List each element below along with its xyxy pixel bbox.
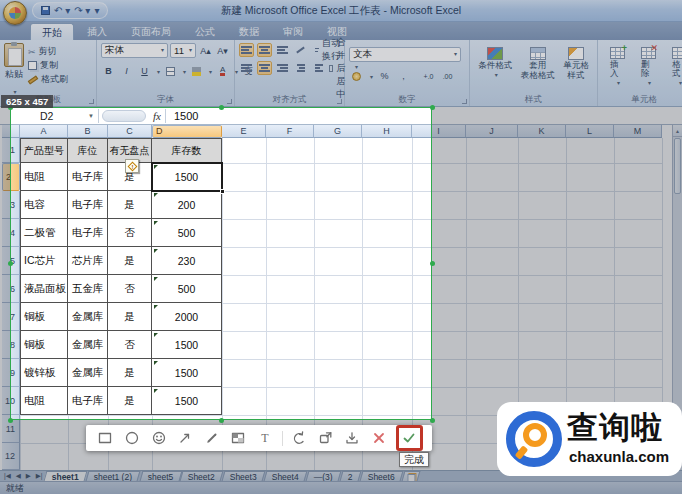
ellipse-icon <box>124 430 140 446</box>
magnifier-lens-icon <box>523 423 547 447</box>
watermark: 查询啦 chaxunla.com <box>497 402 682 476</box>
magnifier-handle-icon <box>515 445 529 459</box>
capture-toolbar: T <box>86 425 432 451</box>
mosaic-tool-button[interactable] <box>228 428 248 448</box>
download-tool-button[interactable] <box>342 428 362 448</box>
arrow-tool-button[interactable] <box>175 428 195 448</box>
cancel-icon <box>371 430 387 446</box>
selection-handle[interactable] <box>430 261 435 266</box>
text-tool-button[interactable]: T <box>255 428 275 448</box>
excel-window: ↶ ▾ ↷ ▾ ▾ 新建 Microsoft Office Excel 工作表 … <box>0 0 682 494</box>
capture-size-indicator: 625 x 457 <box>1 95 53 108</box>
selection-handle[interactable] <box>8 418 13 423</box>
arrow-icon <box>177 430 193 446</box>
svg-text:T: T <box>261 431 269 445</box>
dim-overlay-right <box>432 107 682 420</box>
pen-icon <box>204 430 220 446</box>
share-icon <box>318 430 334 446</box>
emoji-icon <box>151 430 167 446</box>
toolbar-divider <box>282 431 283 446</box>
share-tool-button[interactable] <box>316 428 336 448</box>
confirm-tool-button[interactable] <box>396 425 423 451</box>
cancel-tool-button[interactable] <box>369 428 389 448</box>
capture-selection-border[interactable] <box>10 107 432 420</box>
selection-handle[interactable] <box>219 105 224 110</box>
selection-handle[interactable] <box>430 105 435 110</box>
confirm-tooltip: 完成 <box>399 452 429 467</box>
selection-handle[interactable] <box>219 418 224 423</box>
rectangle-icon <box>97 430 113 446</box>
undo-tool-button[interactable] <box>289 428 309 448</box>
download-icon <box>344 430 360 446</box>
pen-tool-button[interactable] <box>202 428 222 448</box>
dim-overlay-top <box>0 0 682 107</box>
mosaic-icon <box>230 430 246 446</box>
undo-icon <box>291 430 307 446</box>
ellipse-tool-button[interactable] <box>122 428 142 448</box>
selection-handle[interactable] <box>8 261 13 266</box>
watermark-domain: chaxunla.com <box>569 448 669 465</box>
magnifier-logo-icon <box>506 411 562 467</box>
watermark-name: 查询啦 <box>567 407 663 449</box>
emoji-tool-button[interactable] <box>149 428 169 448</box>
rectangle-tool-button[interactable] <box>95 428 115 448</box>
confirm-icon <box>401 430 417 446</box>
text-icon: T <box>257 430 273 446</box>
selection-handle[interactable] <box>430 418 435 423</box>
